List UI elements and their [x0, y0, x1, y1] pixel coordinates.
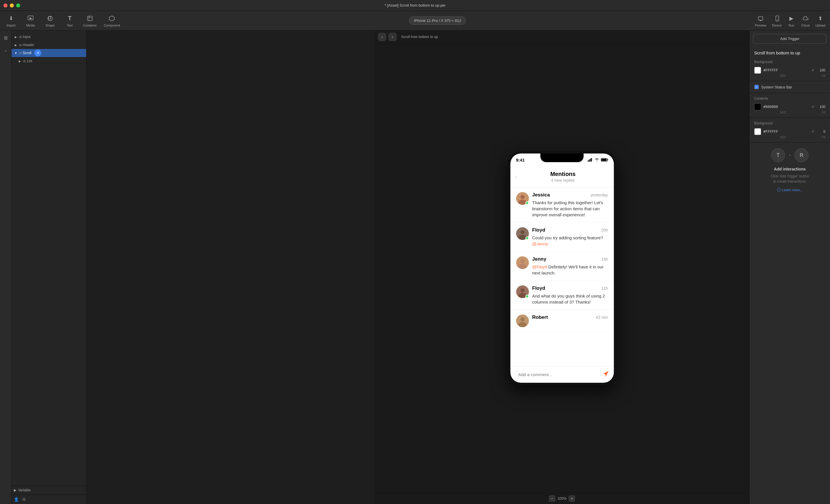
import-button[interactable]: ⬇ Import	[5, 14, 17, 27]
settings-icon[interactable]: ⚙	[22, 497, 26, 502]
eyedropper-icon[interactable]: ✐	[811, 105, 815, 109]
cloud-icon	[801, 14, 809, 23]
component-button[interactable]: Component	[104, 14, 120, 27]
online-indicator	[525, 201, 529, 205]
canvas-viewport[interactable]: 9:41	[375, 43, 749, 493]
run-button[interactable]: ▶ Run	[787, 14, 795, 27]
comment-input[interactable]	[515, 370, 599, 379]
fill-label: Fill	[822, 136, 825, 139]
svg-rect-18	[590, 159, 591, 162]
toolbar: ⬇ Import Media Shape T Text	[0, 11, 830, 31]
avatar-wrap	[516, 192, 529, 205]
device-button[interactable]: Device	[772, 14, 782, 27]
forward-nav-button[interactable]: ›	[388, 33, 396, 41]
canvas-area: ‹ › Scroll from bottom to up 9:41	[375, 31, 749, 504]
message-content: Floyd 20h Could you try adding sorting f…	[532, 227, 608, 247]
zoom-out-button[interactable]: −	[549, 495, 555, 502]
background-color-row: #FFFFFF ✐ 100	[754, 67, 825, 74]
phone-time: 9:41	[516, 158, 525, 162]
message-time: 11h	[601, 286, 608, 291]
layer-input[interactable]: ▶ ⊞ Input	[11, 33, 86, 41]
text-button[interactable]: T Text	[63, 14, 76, 27]
svg-rect-16	[587, 160, 588, 162]
sender-name: Floyd	[532, 285, 545, 291]
layer-list[interactable]: ▶ ⊞ List	[11, 57, 86, 65]
background-hex-input[interactable]: #FFFFFF	[763, 68, 809, 72]
zoom-in-button[interactable]: +	[569, 495, 575, 502]
add-user-icon[interactable]: 👤	[14, 497, 19, 502]
svg-marker-1	[30, 17, 32, 20]
panel-title: Scroll from bottom to up	[749, 47, 830, 57]
message-header: Floyd 11h	[532, 285, 608, 291]
status-bar-checkbox-row: ✓ System Status Bar	[754, 85, 825, 89]
background2-section-title: Background	[754, 121, 825, 125]
maximize-button[interactable]	[16, 3, 20, 7]
contents-color-swatch[interactable]	[754, 103, 761, 110]
eyedropper-icon[interactable]: ✐	[811, 130, 815, 134]
container-button[interactable]: Container	[83, 14, 97, 27]
main-layout: + ▶ ⊞ Input ▶ ⊞ Header ▼ ⊞	[0, 31, 830, 504]
background2-fill-value[interactable]: 0	[817, 130, 825, 134]
contents-fill-value[interactable]: 100	[817, 105, 825, 109]
sender-name: Jenny	[532, 256, 546, 262]
assets-icon[interactable]: +	[2, 47, 10, 55]
chevron-icon: ▶	[14, 43, 18, 47]
media-icon	[27, 14, 35, 23]
variable-row[interactable]: ▶ Variable	[11, 485, 86, 495]
sender-name: Floyd	[532, 227, 545, 233]
background2-color-swatch[interactable]	[754, 128, 761, 135]
svg-rect-21	[608, 159, 608, 160]
window-controls	[3, 3, 20, 7]
avatar	[516, 314, 529, 327]
layer-tree: ▶ ⊞ Input ▶ ⊞ Header ▼ ⊞ Scroll ↺	[11, 31, 86, 485]
message-content: Robert 43 min	[532, 314, 608, 322]
upload-icon: ⬆	[817, 14, 825, 23]
learn-more-link[interactable]: ⓘ Learn more...	[777, 188, 803, 193]
left-sidebar: + ▶ ⊞ Input ▶ ⊞ Header ▼ ⊞	[0, 31, 375, 504]
message-list[interactable]: Jessica yesterday Thanks for putting thi…	[510, 188, 614, 366]
cloud-button[interactable]: Cloud	[801, 14, 809, 27]
device-selector[interactable]: iPhone 11 Pro / X 375 × 812	[409, 16, 466, 25]
sender-name: Robert	[532, 314, 548, 320]
contents-hex-input[interactable]: #000000	[763, 105, 809, 109]
back-nav-button[interactable]: ‹	[378, 33, 386, 41]
media-button[interactable]: Media	[24, 14, 37, 27]
mentions-title: Mentions	[517, 171, 609, 177]
canvas-breadcrumb: Scroll from bottom to up	[401, 35, 438, 39]
background-fill-value[interactable]: 100	[817, 68, 825, 72]
svg-rect-8	[758, 17, 763, 20]
add-trigger-button[interactable]: Add Trigger	[753, 34, 827, 43]
layers-icon[interactable]	[2, 34, 10, 42]
battery-icon	[601, 158, 608, 162]
shape-button[interactable]: Shape	[44, 14, 57, 27]
background2-hex-input[interactable]: #FFFFFF	[763, 130, 809, 134]
minimize-button[interactable]	[10, 3, 14, 7]
status-bar-checkbox[interactable]: ✓	[754, 85, 759, 89]
upload-button[interactable]: ⬆ Upload	[815, 14, 825, 27]
message-header: Robert 43 min	[532, 314, 608, 320]
cursor-indicator: ↺	[34, 49, 41, 57]
background-color-swatch[interactable]	[754, 67, 761, 74]
layer-scroll[interactable]: ▼ ⊞ Scroll ↺	[11, 49, 86, 57]
device-icon	[773, 14, 781, 23]
hex-label: HEX	[763, 136, 803, 139]
back-button[interactable]: ‹	[515, 173, 517, 180]
sidebar-icon-rail: +	[0, 31, 11, 504]
phone-frame: 9:41	[508, 151, 616, 385]
plus-icon: +	[789, 153, 791, 158]
eyedropper-icon[interactable]: ✐	[811, 68, 815, 72]
message-item: Floyd 11h And what do you guys think of …	[510, 281, 614, 310]
svg-point-36	[520, 317, 524, 322]
preview-button[interactable]: Preview	[755, 14, 766, 27]
grid-icon: ⊞	[19, 43, 22, 47]
svg-rect-14	[4, 38, 7, 38]
message-content: Jessica yesterday Thanks for putting thi…	[532, 192, 608, 218]
trigger-r-icon: R	[795, 148, 808, 162]
background-section: Background #FFFFFF ✐ 100 HEX Fill	[749, 57, 830, 81]
layer-panel: ▶ ⊞ Input ▶ ⊞ Header ▼ ⊞ Scroll ↺	[11, 31, 87, 504]
interactions-title: Add interactions	[774, 167, 805, 171]
send-button[interactable]	[602, 370, 609, 379]
info-icon: ⓘ	[777, 188, 781, 193]
layer-header[interactable]: ▶ ⊞ Header	[11, 41, 86, 49]
close-button[interactable]	[3, 3, 7, 7]
